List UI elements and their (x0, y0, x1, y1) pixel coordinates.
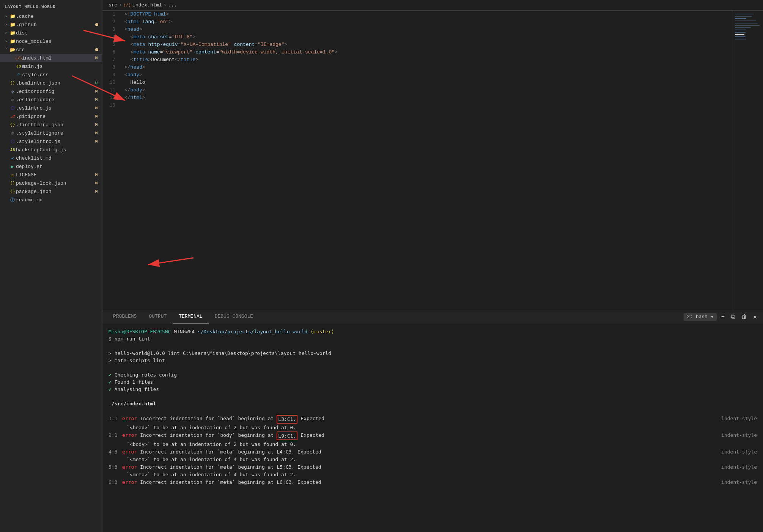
tab-problems[interactable]: PROBLEMS (107, 310, 143, 324)
badge-modified: M (94, 114, 99, 119)
line-number: 3 (102, 26, 121, 33)
tab-output[interactable]: OUTPUT (143, 310, 173, 324)
sidebar-item-gitignore[interactable]: › ⎇ .gitignore M (0, 112, 102, 121)
svg-rect-7 (735, 27, 751, 28)
terminal-error-1: 3:1 error Incorrect indentation for `hea… (109, 414, 757, 424)
sidebar-item-src[interactable]: › 📂 src (0, 46, 102, 54)
terminal-error-2: 9:1 error Incorrect indentation for `bod… (109, 431, 757, 441)
error-cont-text: `<meta>` to be at an indentation of 4 bu… (127, 457, 296, 462)
badge-modified: M (94, 131, 99, 135)
sidebar-item-license[interactable]: › ⚖ LICENSE M (0, 171, 102, 179)
main-area: src › ⟨/⟩ index.html › ... 1 <!DOCTYPE h… (102, 0, 763, 532)
badge-modified: M (94, 181, 99, 185)
folder-icon: 📁 (9, 30, 16, 36)
line-content: </html> (121, 94, 733, 102)
line-content: <meta http-equiv="X-UA-Compatible" conte… (121, 41, 733, 49)
check-icon: ✔ (109, 379, 112, 385)
sidebar-item-checklist[interactable]: › ✔ checklist.md (0, 154, 102, 162)
sidebar-item-stylelintignore[interactable]: › ∅ .stylelintignore M (0, 129, 102, 137)
shell-selector[interactable]: 2: bash ▾ (684, 313, 716, 321)
sidebar-item-node-modules[interactable]: › 📁 node_modules (0, 37, 102, 46)
svg-rect-8 (735, 30, 746, 30)
sidebar-item-deploy[interactable]: › ▶ deploy.sh (0, 162, 102, 171)
sidebar-item-label: package.json (16, 189, 94, 195)
sidebar-item-label: deploy.sh (16, 164, 102, 169)
sidebar-item-label: index.html (22, 55, 94, 61)
eslint-icon: ⬡ (9, 139, 16, 144)
sidebar-item-label: .linthtmlrc.json (16, 122, 94, 128)
line-number: 10 (102, 79, 121, 86)
sidebar-item-label: .gitignore (16, 114, 94, 119)
breadcrumb-icon: ⟨/⟩ (123, 3, 131, 8)
terminal-prompt-line: Misha@DESKTOP-ER2C5NC MINGW64 ~/Desktop/… (109, 328, 757, 335)
tab-terminal[interactable]: TERMINAL (173, 310, 208, 324)
error-message: Incorrect indentation for `head` beginni… (140, 415, 274, 424)
sidebar-item-bemlintrc[interactable]: › {} .bemlintrc.json U (0, 79, 102, 87)
sidebar-item-eslintignore[interactable]: › ∅ .eslintignore M (0, 96, 102, 104)
error-expected: Expected (300, 432, 324, 440)
sidebar-item-label: node_modules (16, 39, 102, 44)
chevron-down-icon: ▾ (711, 314, 714, 320)
sidebar-item-main-js[interactable]: › JS main.js (0, 62, 102, 71)
close-panel-button[interactable]: ✕ (752, 312, 758, 322)
sidebar-item-dist[interactable]: › 📁 dist (0, 29, 102, 37)
line-content: </body> (121, 86, 733, 94)
sidebar-item-eslintrc[interactable]: › ⬡ .eslintrc.js M (0, 104, 102, 112)
line-number: 13 (102, 102, 121, 109)
error-line-col: 6:3 (109, 479, 119, 486)
split-terminal-button[interactable]: ⧉ (729, 312, 736, 321)
sidebar-item-cache[interactable]: › 📁 .cache (0, 12, 102, 20)
code-editor[interactable]: 1 <!DOCTYPE html> 2 <html lang="en"> 3 <… (102, 11, 733, 310)
terminal-path: ~/Desktop/projects/layout_hello-world (198, 329, 308, 334)
breadcrumb-file[interactable]: index.html (132, 2, 162, 8)
terminal-body[interactable]: Misha@DESKTOP-ER2C5NC MINGW64 ~/Desktop/… (102, 323, 763, 532)
breadcrumb-src[interactable]: src (109, 2, 117, 8)
terminal-branch: (master) (310, 329, 334, 334)
sidebar-item-editorconfig[interactable]: › ⚙ .editorconfig M (0, 87, 102, 96)
code-line-3: 3 <head> (102, 26, 733, 33)
line-number: 2 (102, 18, 121, 26)
code-line-6: 6 <meta name="viewport" content="width=d… (102, 49, 733, 56)
sidebar-item-packagejson[interactable]: › {} package.json M (0, 187, 102, 196)
json-icon: {} (9, 181, 16, 185)
sidebar-item-readme[interactable]: › ⓘ readme.md (0, 196, 102, 204)
sidebar-item-label: .stylelintignore (16, 130, 94, 136)
badge-modified: M (94, 173, 99, 177)
line-content: </head> (121, 64, 733, 71)
error-word: error (122, 479, 137, 486)
sidebar-item-label: LICENSE (16, 172, 94, 178)
sidebar-item-linthtmlrc[interactable]: › {} .linthtmlrc.json M (0, 121, 102, 129)
sidebar-item-github[interactable]: › 📁 .github (0, 20, 102, 29)
arrow-icon: › (3, 31, 9, 35)
line-number: 11 (102, 86, 121, 94)
sidebar-item-packagelock[interactable]: › {} package-lock.json M (0, 179, 102, 187)
badge-modified: M (94, 56, 99, 60)
new-terminal-button[interactable]: + (720, 313, 727, 321)
badge-untracked: U (94, 81, 99, 85)
code-line-13: 13 (102, 102, 733, 109)
sidebar-item-label: style.css (22, 72, 102, 78)
code-line-8: 8 </head> (102, 64, 733, 71)
sidebar-item-backstop[interactable]: › JS backstopConfig.js (0, 146, 102, 154)
sidebar-item-label: .bemlintrc.json (16, 80, 94, 86)
error-line-col: 4:3 (109, 448, 119, 455)
error-line-col: 9:1 (109, 432, 119, 440)
file-explorer: LAYOUT_HELLO-WORLD › 📁 .cache › 📁 .githu… (0, 0, 102, 532)
code-line-5: 5 <meta http-equiv="X-UA-Compatible" con… (102, 41, 733, 49)
sh-icon: ▶ (9, 164, 16, 169)
error-word: error (122, 448, 137, 455)
sidebar-item-style-css[interactable]: › # style.css (0, 71, 102, 79)
sidebar-item-label: checklist.md (16, 155, 102, 161)
tab-debug[interactable]: DEBUG CONSOLE (209, 310, 259, 324)
svg-rect-5 (735, 23, 758, 24)
error-message: Incorrect indentation for `body` beginni… (140, 432, 274, 440)
css-icon: # (15, 72, 22, 77)
svg-rect-9 (735, 32, 746, 33)
code-line-11: 11 </body> (102, 86, 733, 94)
delete-terminal-button[interactable]: 🗑 (739, 312, 749, 321)
sidebar-item-index-html[interactable]: › ⟨/⟩ index.html M (0, 54, 102, 62)
code-line-1: 1 <!DOCTYPE html> (102, 11, 733, 18)
sidebar-item-stylelintrc[interactable]: › ⬡ .stylelintrc.js M (0, 137, 102, 146)
line-content: <meta charset="UTF-8"> (121, 33, 733, 41)
terminal-check-1: ✔ Checking rules config (109, 371, 757, 378)
